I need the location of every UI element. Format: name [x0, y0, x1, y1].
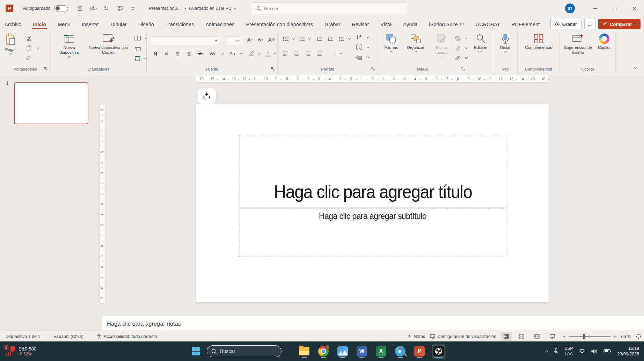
clipboard-dialog-launcher[interactable]: [44, 67, 48, 71]
copy-caret[interactable]: [34, 44, 42, 52]
shape-fill-button[interactable]: [454, 34, 462, 42]
strikethrough-button[interactable]: ab: [196, 50, 204, 57]
paint-button[interactable]: [394, 344, 407, 359]
subtitle-placeholder[interactable]: Haga clic para agregar subtítulo: [240, 208, 506, 257]
font-dialog-launcher[interactable]: [271, 67, 275, 71]
notes-pane[interactable]: Haga clic para agregar notas: [102, 316, 644, 331]
underline-button[interactable]: S: [174, 50, 182, 57]
ribbon-tab[interactable]: iSpring Suite 11: [428, 19, 465, 30]
fit-to-window-button[interactable]: [636, 334, 641, 339]
shape-outline-button[interactable]: [454, 44, 462, 52]
line-spacing-button[interactable]: [338, 35, 345, 43]
taskbar-search[interactable]: Buscar: [207, 345, 281, 357]
slide-counter[interactable]: Diapositiva 1 de 1: [6, 334, 40, 339]
ribbon-tab[interactable]: PDFelement: [511, 19, 541, 30]
zoom-slider[interactable]: [569, 336, 610, 337]
numbering-button[interactable]: [298, 35, 306, 43]
columns-caret[interactable]: [337, 50, 345, 57]
paste-button[interactable]: Pegar: [5, 34, 16, 54]
drawing-dialog-launcher[interactable]: [461, 67, 466, 71]
new-slide-button[interactable]: Nueva diapositiva: [56, 34, 83, 57]
photos-button[interactable]: [336, 344, 349, 359]
display-settings[interactable]: Configuración de visualización: [430, 334, 496, 339]
align-text-button[interactable]: [355, 43, 363, 51]
language-indicator[interactable]: Español (Chile): [53, 334, 83, 339]
horizontal-ruler[interactable]: 1615141312111098765432101234567891011121…: [196, 75, 549, 83]
reset-slide-button[interactable]: [134, 45, 141, 52]
font-color-button[interactable]: A: [264, 50, 272, 57]
ribbon-tab[interactable]: Dibujar: [110, 19, 128, 30]
bullets-button[interactable]: [282, 35, 290, 43]
share-button[interactable]: Compartir: [598, 19, 641, 29]
collapse-ribbon-button[interactable]: [631, 63, 639, 71]
format-painter-button[interactable]: [25, 54, 33, 61]
highlight-color-button[interactable]: [247, 50, 256, 57]
arrange-button[interactable]: Organizar: [403, 34, 428, 52]
save-status[interactable]: Guardado en Este PC: [189, 6, 232, 11]
search-box[interactable]: [252, 2, 406, 14]
battery-icon[interactable]: [603, 349, 611, 353]
text-shadow-button[interactable]: S: [185, 50, 193, 57]
word-button[interactable]: W: [355, 344, 368, 359]
spacing-caret[interactable]: [219, 50, 226, 57]
decrease-indent-button[interactable]: [315, 35, 323, 43]
ribbon-tab[interactable]: Diseño: [137, 19, 155, 30]
paragraph-dialog-launcher[interactable]: [371, 67, 375, 71]
smartart-button[interactable]: [355, 53, 363, 61]
cut-button[interactable]: [25, 34, 33, 42]
clear-formatting-button[interactable]: A: [267, 36, 276, 43]
zoom-out-button[interactable]: −: [563, 333, 566, 339]
ribbon-tab[interactable]: Menu: [57, 19, 71, 30]
align-right-button[interactable]: [304, 50, 312, 57]
zoom-slider-thumb[interactable]: [583, 334, 585, 339]
design-ideas-button[interactable]: Sugerencias de diseño: [562, 34, 594, 55]
record-button[interactable]: Grabar: [550, 19, 581, 29]
section-button[interactable]: [134, 54, 141, 62]
text-direction-caret[interactable]: [364, 34, 372, 41]
decrease-font-button[interactable]: A: [256, 36, 265, 43]
slide-thumbnail[interactable]: [14, 82, 88, 124]
justify-button[interactable]: [315, 50, 323, 57]
ribbon-tab[interactable]: Insertar: [81, 19, 100, 30]
quick-styles-button[interactable]: Estilos rápidos: [430, 34, 453, 57]
notes-toggle[interactable]: Notas: [407, 334, 425, 339]
smartart-caret[interactable]: [364, 53, 372, 61]
close-button[interactable]: ×: [624, 0, 644, 17]
view-reading-button[interactable]: [532, 332, 542, 341]
ribbon-tab[interactable]: Vista: [380, 19, 393, 30]
copy-button[interactable]: [25, 44, 33, 52]
view-slideshow-button[interactable]: [547, 332, 558, 341]
zoom-level[interactable]: 66 %: [621, 334, 631, 339]
change-case-button[interactable]: Aa: [228, 50, 237, 57]
font-size-combo[interactable]: [226, 36, 241, 44]
italic-button[interactable]: K: [163, 50, 170, 57]
slide-layout-button[interactable]: [134, 34, 141, 42]
autosave-toggle[interactable]: [54, 5, 68, 12]
slide-canvas[interactable]: Haga clic para agregar título Haga clic …: [196, 104, 549, 302]
ribbon-tab[interactable]: Revisar: [351, 19, 370, 30]
obs-button[interactable]: [432, 344, 445, 359]
numbering-caret[interactable]: [306, 35, 313, 43]
increase-font-button[interactable]: A: [245, 36, 254, 43]
redo-icon[interactable]: ↻: [102, 4, 111, 13]
character-spacing-button[interactable]: AV: [208, 50, 218, 57]
ribbon-tab[interactable]: ACROBAT: [475, 19, 501, 30]
vertical-ruler[interactable]: 9876543210123456789: [99, 105, 105, 304]
user-avatar[interactable]: ST: [565, 3, 575, 13]
ribbon-tab[interactable]: Ayuda: [402, 19, 419, 30]
comments-button[interactable]: [584, 19, 595, 29]
wifi-icon[interactable]: [579, 349, 585, 354]
title-placeholder[interactable]: Haga clic para agregar título: [240, 135, 506, 207]
bullets-caret[interactable]: [290, 35, 297, 43]
document-title[interactable]: Presentación3....: [149, 6, 182, 11]
ribbon-tab[interactable]: Grabar: [323, 19, 341, 30]
bold-button[interactable]: N: [152, 50, 159, 57]
powerpoint-button[interactable]: P: [413, 344, 426, 359]
shape-effects-button[interactable]: [454, 54, 462, 61]
hidden-icons-chevron-icon[interactable]: [545, 350, 549, 354]
align-left-button[interactable]: [282, 50, 290, 57]
case-caret[interactable]: [237, 50, 244, 57]
columns-button[interactable]: [329, 50, 337, 57]
designer-sparkle-button[interactable]: [197, 88, 216, 104]
ribbon-tab[interactable]: Transiciones: [164, 19, 195, 30]
